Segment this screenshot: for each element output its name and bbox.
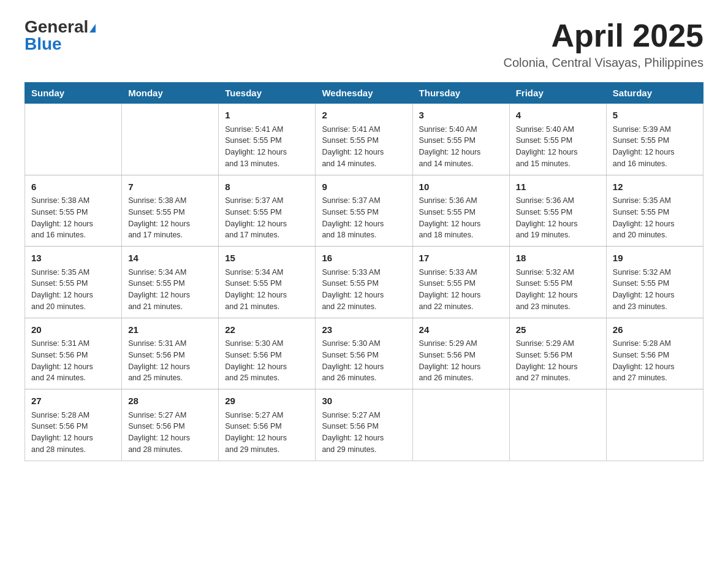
day-info-line: and 18 minutes.	[322, 229, 406, 241]
day-info-line: Sunset: 5:55 PM	[516, 207, 600, 218]
day-info-line: Sunset: 5:55 PM	[516, 278, 600, 289]
calendar-table: SundayMondayTuesdayWednesdayThursdayFrid…	[25, 82, 703, 461]
day-number: 29	[225, 394, 309, 408]
day-header-friday: Friday	[509, 83, 606, 104]
day-number: 20	[31, 323, 115, 337]
day-header-monday: Monday	[122, 83, 219, 104]
calendar-cell	[606, 389, 703, 461]
day-info-line: and 16 minutes.	[613, 158, 697, 170]
day-info-line: Sunrise: 5:41 AM	[322, 124, 406, 136]
calendar-cell: 5Sunrise: 5:39 AMSunset: 5:55 PMDaylight…	[606, 104, 703, 175]
calendar-cell: 12Sunrise: 5:35 AMSunset: 5:55 PMDayligh…	[606, 175, 703, 247]
day-info-line: and 22 minutes.	[322, 301, 406, 313]
day-header-wednesday: Wednesday	[316, 83, 412, 104]
day-info-line: and 26 minutes.	[419, 372, 503, 384]
calendar-cell: 16Sunrise: 5:33 AMSunset: 5:55 PMDayligh…	[316, 247, 412, 318]
location-subtitle: Colonia, Central Visayas, Philippines	[504, 56, 703, 70]
day-info-line: Daylight: 12 hours	[128, 289, 212, 301]
day-info-line: Daylight: 12 hours	[322, 289, 406, 301]
day-number: 16	[322, 251, 406, 266]
calendar-cell: 28Sunrise: 5:27 AMSunset: 5:56 PMDayligh…	[122, 389, 219, 461]
week-row-2: 13Sunrise: 5:35 AMSunset: 5:55 PMDayligh…	[25, 247, 703, 318]
day-info-line: Sunset: 5:55 PM	[31, 207, 115, 218]
calendar-cell: 7Sunrise: 5:38 AMSunset: 5:55 PMDaylight…	[122, 175, 219, 247]
calendar-cell: 17Sunrise: 5:33 AMSunset: 5:55 PMDayligh…	[412, 247, 509, 318]
week-row-3: 20Sunrise: 5:31 AMSunset: 5:56 PMDayligh…	[25, 318, 703, 389]
day-info-line: Sunset: 5:56 PM	[225, 350, 309, 361]
day-info-line: Sunrise: 5:39 AM	[613, 124, 697, 136]
week-row-0: 1Sunrise: 5:41 AMSunset: 5:55 PMDaylight…	[25, 104, 703, 175]
day-info-line: Sunset: 5:55 PM	[128, 207, 212, 218]
day-info-line: Daylight: 12 hours	[225, 289, 309, 301]
calendar-cell: 13Sunrise: 5:35 AMSunset: 5:55 PMDayligh…	[25, 247, 122, 318]
day-info-line: Sunset: 5:55 PM	[613, 278, 697, 289]
day-info-line: Daylight: 12 hours	[128, 432, 212, 444]
day-number: 24	[419, 323, 503, 337]
day-number: 4	[516, 109, 600, 123]
day-info-line: Sunset: 5:56 PM	[613, 350, 697, 361]
logo-triangle-icon	[89, 24, 96, 33]
day-info-line: and 17 minutes.	[128, 229, 212, 241]
day-info-line: Sunset: 5:55 PM	[419, 207, 503, 218]
day-info-line: and 23 minutes.	[516, 301, 600, 313]
day-number: 6	[31, 180, 115, 194]
day-info-line: Sunset: 5:55 PM	[322, 135, 406, 147]
calendar-cell: 4Sunrise: 5:40 AMSunset: 5:55 PMDaylight…	[509, 104, 606, 175]
day-number: 1	[225, 109, 309, 123]
day-info-line: Sunset: 5:56 PM	[128, 350, 212, 361]
day-info-line: and 26 minutes.	[322, 372, 406, 384]
day-number: 15	[225, 251, 309, 266]
day-info-line: Sunrise: 5:37 AM	[225, 195, 309, 207]
calendar-cell: 19Sunrise: 5:32 AMSunset: 5:55 PMDayligh…	[606, 247, 703, 318]
day-info-line: Sunset: 5:55 PM	[516, 135, 600, 147]
day-info-line: Daylight: 12 hours	[31, 432, 115, 444]
day-info-line: and 21 minutes.	[225, 301, 309, 313]
day-info-line: Sunset: 5:55 PM	[613, 135, 697, 147]
day-info-line: Sunset: 5:55 PM	[225, 207, 309, 218]
day-info-line: Sunrise: 5:29 AM	[419, 338, 503, 350]
day-info-line: Daylight: 12 hours	[225, 218, 309, 230]
day-info-line: Daylight: 12 hours	[516, 218, 600, 230]
day-info-line: Sunset: 5:55 PM	[322, 207, 406, 218]
day-info-line: and 16 minutes.	[31, 229, 115, 241]
calendar-cell: 26Sunrise: 5:28 AMSunset: 5:56 PMDayligh…	[606, 318, 703, 389]
day-number: 10	[419, 180, 503, 194]
day-info-line: and 25 minutes.	[225, 372, 309, 384]
calendar-cell	[122, 104, 219, 175]
day-info-line: and 17 minutes.	[225, 229, 309, 241]
day-info-line: and 13 minutes.	[225, 158, 309, 170]
calendar-cell: 22Sunrise: 5:30 AMSunset: 5:56 PMDayligh…	[219, 318, 316, 389]
day-info-line: Sunset: 5:56 PM	[31, 421, 115, 432]
month-title: April 2025	[504, 18, 703, 53]
day-info-line: and 14 minutes.	[322, 158, 406, 170]
day-number: 21	[128, 323, 212, 337]
day-info-line: Daylight: 12 hours	[613, 218, 697, 230]
day-info-line: Daylight: 12 hours	[128, 361, 212, 373]
day-info-line: Sunrise: 5:33 AM	[322, 267, 406, 278]
day-info-line: Sunset: 5:55 PM	[419, 135, 503, 147]
day-info-line: Sunrise: 5:28 AM	[31, 410, 115, 421]
calendar-cell	[412, 389, 509, 461]
day-info-line: Daylight: 12 hours	[322, 218, 406, 230]
day-info-line: Sunrise: 5:31 AM	[128, 338, 212, 350]
calendar-cell: 6Sunrise: 5:38 AMSunset: 5:55 PMDaylight…	[25, 175, 122, 247]
calendar-cell	[509, 389, 606, 461]
day-info-line: Sunset: 5:56 PM	[128, 421, 212, 432]
calendar-cell: 24Sunrise: 5:29 AMSunset: 5:56 PMDayligh…	[412, 318, 509, 389]
day-info-line: and 23 minutes.	[613, 301, 697, 313]
calendar-cell: 25Sunrise: 5:29 AMSunset: 5:56 PMDayligh…	[509, 318, 606, 389]
day-info-line: and 24 minutes.	[31, 372, 115, 384]
day-info-line: and 18 minutes.	[419, 229, 503, 241]
day-info-line: Daylight: 12 hours	[613, 361, 697, 373]
day-number: 19	[613, 251, 697, 266]
week-row-1: 6Sunrise: 5:38 AMSunset: 5:55 PMDaylight…	[25, 175, 703, 247]
day-number: 22	[225, 323, 309, 337]
day-number: 30	[322, 394, 406, 408]
day-info-line: Daylight: 12 hours	[419, 361, 503, 373]
day-info-line: Daylight: 12 hours	[322, 432, 406, 444]
day-info-line: Sunrise: 5:30 AM	[322, 338, 406, 350]
day-info-line: and 20 minutes.	[613, 229, 697, 241]
day-info-line: and 25 minutes.	[128, 372, 212, 384]
day-header-thursday: Thursday	[412, 83, 509, 104]
day-info-line: Sunrise: 5:38 AM	[31, 195, 115, 207]
